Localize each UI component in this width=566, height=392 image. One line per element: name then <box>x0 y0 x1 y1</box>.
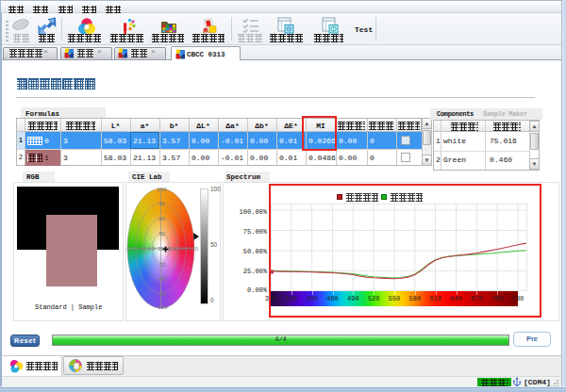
svg-text:100: 100 <box>157 187 167 192</box>
svg-text:-60: -60 <box>158 276 166 282</box>
svg-text:-120-90-60-300306090120: -120-90-60-300306090120 <box>125 246 199 252</box>
svg-text:90: 90 <box>158 201 165 206</box>
svg-text:60: 60 <box>158 216 165 221</box>
svg-text:30: 30 <box>158 231 165 237</box>
svg-text:-30: -30 <box>158 262 166 268</box>
svg-text:-120: -120 <box>156 304 168 310</box>
svg-text:-90: -90 <box>158 291 166 297</box>
